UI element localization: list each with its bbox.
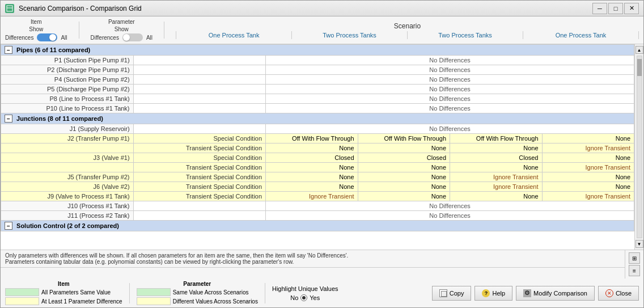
row-j3-trans: Transient Special Condition None None No… (1, 163, 634, 172)
section-solution: − Solution Control (2 of 2 compared) (1, 221, 634, 231)
p5-item: P5 (Discharge Pipe Pump #2) (1, 85, 134, 94)
vertical-scrollbar[interactable]: ▲ ▼ (634, 44, 643, 250)
toolbar-divider-2 (164, 22, 164, 39)
legend-diff-label: At Least 1 Parameter Difference (41, 298, 122, 305)
item-legend-title: Item (5, 281, 122, 287)
j10-param (133, 201, 266, 211)
param-toggle[interactable] (122, 33, 143, 41)
p10-nodiff: No Differences (266, 104, 634, 113)
legend-divider (129, 283, 130, 303)
j11-param (133, 211, 266, 221)
highlight-toggle: No Yes (290, 294, 320, 301)
row-j6: J6 (Valve #2) Transient Special Conditio… (1, 182, 634, 192)
toolbar-divider-1 (79, 22, 79, 39)
row-j1: J1 (Supply Reservoir) No Differences (1, 124, 634, 134)
j9-item: J9 (Valve to Process #1 Tank) (1, 192, 134, 201)
pipes-collapse-btn[interactable]: − (5, 46, 12, 54)
legend-item-diff: At Least 1 Parameter Difference (5, 297, 122, 305)
j3-trans-val3: None (450, 163, 542, 172)
item-toggle-container: Differences All (5, 33, 67, 41)
j5-val3: Ignore Transient (450, 172, 542, 182)
j3-param-spec: Special Condition (133, 153, 266, 163)
j6-val1: None (266, 182, 358, 192)
scroll-down-btn[interactable]: ▼ (635, 240, 643, 248)
legend-param-box-green (137, 288, 171, 296)
solution-collapse-btn[interactable]: − (5, 222, 12, 230)
close-footer-button[interactable]: ✕ Close (598, 286, 639, 301)
table-icon-btn[interactable]: ⊞ (629, 252, 640, 264)
j10-item: J10 (Process #1 Tank) (1, 201, 134, 211)
j9-val2: None (358, 192, 450, 201)
close-button[interactable]: ✕ (624, 3, 639, 14)
p4-nodiff: No Differences (266, 75, 634, 85)
row-j2-trans: Transient Special Condition None None No… (1, 144, 634, 153)
modify-button[interactable]: ⚙ Modify Comparison (516, 286, 595, 301)
p4-param (133, 75, 266, 85)
j2-val2: Off With Flow Through (358, 134, 450, 144)
show-label2: Show (115, 26, 129, 32)
p4-item: P4 (Suction Pipe Pump #2) (1, 75, 134, 85)
p8-nodiff: No Differences (266, 94, 634, 104)
j5-item: J5 (Transfer Pump #2) (1, 172, 134, 182)
comparison-table: − Pipes (6 of 11 compared) P1 (Suction P… (1, 44, 634, 231)
j5-param: Transient Special Condition (133, 172, 266, 182)
p2-nodiff: No Differences (266, 65, 634, 75)
j9-val1: Ignore Transient (266, 192, 358, 201)
j9-val4: Ignore Transient (542, 192, 634, 201)
help-button[interactable]: ? Help (474, 286, 512, 301)
p8-item: P8 (Line to Process #1 Tank) (1, 94, 134, 104)
footer-buttons: Copy ? Help ⚙ Modify Comparison ✕ Close (432, 286, 639, 301)
junctions-collapse-btn[interactable]: − (5, 115, 12, 123)
hl-no-radio[interactable] (300, 294, 307, 301)
close-label: Close (616, 290, 632, 297)
row-p4: P4 (Suction Pipe Pump #2) No Differences (1, 75, 634, 85)
section-solution-label: − Solution Control (2 of 2 compared) (1, 221, 634, 231)
parameter-label: Parameter (108, 19, 135, 25)
j6-item: J6 (Valve #2) (1, 182, 134, 192)
legend-param-same-label: Same Value Across Scenarios (173, 289, 249, 296)
show-label: Show (29, 26, 43, 32)
p10-param (133, 104, 266, 113)
scenario-col-4: One Process Tank (523, 31, 639, 39)
help-label: Help (492, 290, 505, 297)
scroll-track[interactable] (637, 56, 642, 238)
footer-legend: Item All Parameters Same Value At Least … (1, 279, 643, 307)
j5-val4: None (542, 172, 634, 182)
pipes-title: Pipes (6 of 11 compared) (16, 47, 90, 53)
p2-param (133, 65, 266, 75)
j3-item: J3 (Valve #1) (1, 153, 134, 163)
p5-param (133, 85, 266, 94)
column-icon-btn[interactable]: ≡ (629, 265, 640, 276)
section-junctions-label: − Junctions (8 of 11 compared) (1, 113, 634, 124)
j3-val1: Closed (266, 153, 358, 163)
scenario-label: Scenario (394, 22, 421, 30)
grid-container[interactable]: − Pipes (6 of 11 compared) P1 (Suction P… (1, 44, 634, 250)
restore-button[interactable]: □ (608, 3, 623, 14)
j2-trans-val1: None (266, 144, 358, 153)
j2-val3: Off With Flow Through (450, 134, 542, 144)
copy-button[interactable]: Copy (432, 286, 472, 301)
p1-nodiff: No Differences (266, 56, 634, 65)
modify-label: Modify Comparison (533, 290, 587, 297)
item-toggle[interactable] (37, 33, 57, 41)
hl-no-label: No (290, 294, 298, 301)
scroll-up-btn[interactable]: ▲ (635, 46, 643, 54)
p1-param (133, 56, 266, 65)
j5-val1: None (266, 172, 358, 182)
modify-icon: ⚙ (523, 289, 531, 297)
footer: Only parameters with differences will be… (1, 250, 643, 307)
section-pipes-label: − Pipes (6 of 11 compared) (1, 45, 634, 56)
j6-val4: None (542, 182, 634, 192)
j2-trans-val3: None (450, 144, 542, 153)
minimize-button[interactable]: ─ (592, 3, 607, 14)
j1-nodiff: No Differences (266, 124, 634, 134)
j9-param: Transient Special Condition (133, 192, 266, 201)
j3-trans-val1: None (266, 163, 358, 172)
scenario-col-3: Two Process Tanks (408, 31, 523, 39)
p1-item: P1 (Suction Pipe Pump #1) (1, 56, 134, 65)
param-toggle-container: Differences All (91, 33, 153, 41)
legend-divider-2 (265, 283, 265, 303)
main-window: Scenario Comparison - Comparison Grid ─ … (0, 0, 644, 308)
j2-item-empty (1, 144, 134, 153)
copy-icon-inner (441, 291, 447, 297)
